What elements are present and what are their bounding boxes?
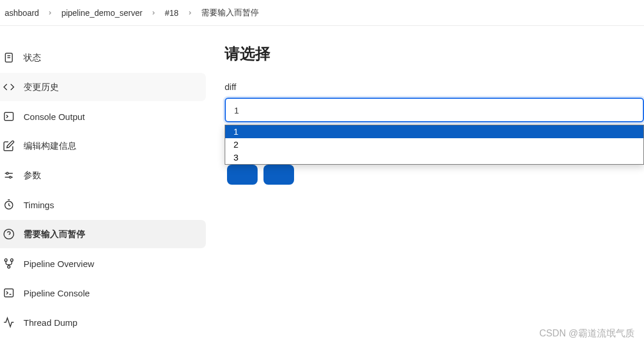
svg-rect-3 bbox=[5, 112, 14, 120]
sidebar-item-edit-build-info[interactable]: 编辑构建信息 bbox=[0, 132, 206, 160]
sidebar-item-label: 变更历史 bbox=[24, 82, 59, 93]
chevron-right-icon bbox=[183, 10, 196, 16]
help-icon bbox=[2, 228, 15, 241]
svg-rect-16 bbox=[5, 289, 14, 296]
breadcrumb-item-job[interactable]: pipeline_demo_server bbox=[56, 6, 147, 20]
edit-icon bbox=[2, 139, 15, 152]
file-icon bbox=[2, 51, 15, 64]
sidebar-item-status[interactable]: 状态 bbox=[0, 44, 206, 72]
dropdown-option[interactable]: 3 bbox=[225, 151, 643, 164]
console-icon bbox=[2, 286, 15, 299]
svg-point-12 bbox=[5, 259, 7, 261]
diff-select-input[interactable] bbox=[225, 98, 644, 122]
svg-point-13 bbox=[11, 259, 13, 261]
chevron-right-icon bbox=[147, 10, 160, 16]
sidebar-item-label: 状态 bbox=[24, 52, 41, 64]
branch-icon bbox=[2, 257, 15, 270]
breadcrumb-item-page[interactable]: 需要输入而暂停 bbox=[196, 5, 263, 21]
clock-icon bbox=[2, 198, 15, 211]
breadcrumb-item-build[interactable]: #18 bbox=[160, 6, 183, 20]
sliders-icon bbox=[2, 169, 15, 182]
form-field-label: diff bbox=[225, 82, 644, 92]
dropdown-option[interactable]: 1 bbox=[225, 125, 643, 138]
sidebar-item-pipeline-console[interactable]: Pipeline Console bbox=[0, 279, 206, 307]
sidebar-item-thread-dump[interactable]: Thread Dump bbox=[0, 308, 206, 336]
code-icon bbox=[2, 81, 15, 94]
sidebar-item-label: 参数 bbox=[24, 170, 41, 181]
sidebar-item-label: 需要输入而暂停 bbox=[24, 229, 85, 240]
sidebar-item-label: Pipeline Console bbox=[24, 288, 90, 298]
sidebar-item-pipeline-overview[interactable]: Pipeline Overview bbox=[0, 249, 206, 278]
sidebar: 状态 变更历史 Console Output 编辑构建信息 参数 bbox=[0, 26, 222, 347]
primary-button[interactable] bbox=[227, 165, 258, 185]
sidebar-item-label: Thread Dump bbox=[24, 318, 78, 328]
svg-point-6 bbox=[6, 172, 8, 174]
diff-select-dropdown: 1 2 3 bbox=[225, 125, 644, 165]
svg-point-14 bbox=[8, 266, 10, 268]
terminal-icon bbox=[2, 110, 15, 123]
sidebar-item-label: Console Output bbox=[24, 112, 85, 122]
page-title: 请选择 bbox=[225, 44, 644, 64]
svg-point-10 bbox=[4, 229, 14, 239]
main-content: 请选择 diff 1 2 3 bbox=[222, 26, 644, 347]
sidebar-item-paused-for-input[interactable]: 需要输入而暂停 bbox=[0, 220, 206, 248]
sidebar-item-label: Timings bbox=[24, 200, 54, 210]
sidebar-item-label: 编辑构建信息 bbox=[24, 141, 76, 152]
activity-icon bbox=[2, 316, 15, 329]
sidebar-item-parameters[interactable]: 参数 bbox=[0, 161, 206, 189]
chevron-right-icon bbox=[44, 10, 56, 16]
breadcrumb-item-dashboard[interactable]: ashboard bbox=[0, 6, 44, 20]
sidebar-item-label: Pipeline Overview bbox=[24, 259, 94, 269]
secondary-button[interactable] bbox=[263, 165, 294, 185]
sidebar-item-console-output[interactable]: Console Output bbox=[0, 102, 206, 131]
dropdown-option[interactable]: 2 bbox=[225, 138, 643, 151]
action-buttons bbox=[227, 165, 294, 185]
breadcrumb: ashboard pipeline_demo_server #18 需要输入而暂… bbox=[0, 0, 644, 26]
svg-point-7 bbox=[9, 176, 11, 178]
sidebar-item-timings[interactable]: Timings bbox=[0, 191, 206, 219]
sidebar-item-changes[interactable]: 变更历史 bbox=[0, 73, 206, 101]
